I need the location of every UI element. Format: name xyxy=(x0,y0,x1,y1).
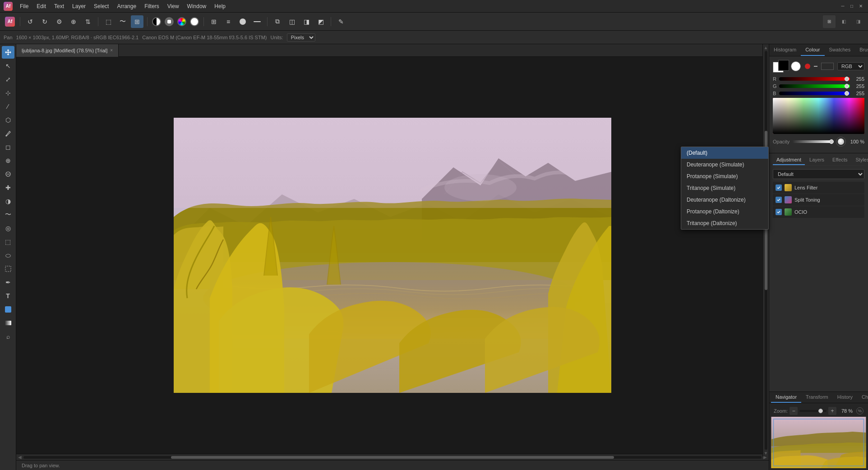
panel-both-button[interactable]: ◩ xyxy=(314,15,327,28)
view-toggle-3[interactable]: ◨ xyxy=(852,15,864,28)
red-channel-thumb[interactable] xyxy=(845,77,849,81)
green-channel-track[interactable] xyxy=(779,84,850,88)
gradient-tool[interactable] xyxy=(2,317,14,329)
menu-help[interactable]: Help xyxy=(211,2,229,10)
white-icon[interactable] xyxy=(190,17,199,26)
lens-filter-item[interactable]: Lens Filter xyxy=(773,182,864,194)
menu-window[interactable]: Window xyxy=(184,2,210,10)
brush-tool[interactable] xyxy=(2,127,14,140)
brush-tool-btn[interactable] xyxy=(236,15,249,28)
inpaint-tool[interactable] xyxy=(2,168,14,180)
navigator-thumbnail[interactable] xyxy=(771,417,866,468)
selection-ellipse-tool[interactable]: ⬭ xyxy=(2,249,14,262)
document-tab[interactable]: ljubljana-8.jpg [Modified] (78.5%) [Tria… xyxy=(16,44,119,57)
hscroll-thumb[interactable] xyxy=(171,456,614,459)
ocio-item[interactable]: OCIO xyxy=(773,206,864,218)
close-button[interactable]: ✕ xyxy=(857,3,864,10)
contrast-icon[interactable] xyxy=(165,17,174,26)
selection-rect-tool[interactable]: ⬚ xyxy=(2,235,14,248)
zoom-out-button[interactable]: − xyxy=(790,407,798,415)
text-tool[interactable]: T xyxy=(2,290,14,302)
canvas-image[interactable] xyxy=(174,118,611,393)
menu-arrange[interactable]: Arrange xyxy=(113,2,140,10)
red-channel-track[interactable] xyxy=(779,77,850,81)
transform-tool[interactable]: ⤢ xyxy=(2,73,14,86)
menu-view[interactable]: View xyxy=(164,2,183,10)
minimize-button[interactable]: ─ xyxy=(839,3,846,10)
eraser-tool[interactable]: ◻ xyxy=(2,141,14,153)
canvas-viewport[interactable] xyxy=(16,57,769,454)
foreground-swatch[interactable] xyxy=(778,60,789,71)
export-button[interactable]: ⇅ xyxy=(82,15,94,28)
layers-button[interactable]: ⧉ xyxy=(271,15,284,28)
view-toggle-2[interactable]: ◧ xyxy=(837,15,850,28)
spot-heal-tool[interactable]: ✚ xyxy=(2,181,14,194)
vertical-scrollbar[interactable]: ▲ ▼ xyxy=(762,44,769,456)
zoom-thumb[interactable] xyxy=(818,409,823,413)
color-icon[interactable] xyxy=(177,17,186,26)
adjustment-tab[interactable]: Adjustment xyxy=(773,155,805,165)
app-icon-button[interactable]: Af xyxy=(4,15,16,28)
persona-button[interactable]: ✎ xyxy=(335,15,347,28)
panel-left-button[interactable]: ◫ xyxy=(286,15,298,28)
opacity-thumb[interactable] xyxy=(829,139,834,144)
red-indicator[interactable] xyxy=(805,64,810,69)
blue-channel-thumb[interactable] xyxy=(845,91,849,96)
dropper-button[interactable] xyxy=(251,15,263,28)
white-swatch[interactable] xyxy=(791,61,801,71)
zoom-in-button[interactable]: + xyxy=(828,407,836,415)
opacity-track[interactable] xyxy=(792,140,833,143)
transform-tab[interactable]: Transform xyxy=(801,392,833,403)
crop-tool[interactable]: ⊹ xyxy=(2,87,14,99)
clone-tool[interactable]: ⊕ xyxy=(2,154,14,167)
hscroll-track[interactable] xyxy=(23,456,762,459)
units-select[interactable]: Pixels Inches mm xyxy=(287,33,315,41)
opacity-circle[interactable] xyxy=(836,137,846,147)
split-toning-item[interactable]: Split Toning xyxy=(773,194,864,206)
color-mode-select[interactable]: RGB CMYK HSL xyxy=(837,62,864,70)
lens-filter-checkbox[interactable] xyxy=(776,184,782,191)
select-tool-button[interactable]: ⬚ xyxy=(102,15,115,28)
swatches-tab[interactable]: Swatches xyxy=(825,44,855,56)
flood-select-tool[interactable] xyxy=(2,263,14,275)
green-channel-thumb[interactable] xyxy=(845,84,849,88)
pan-tool[interactable] xyxy=(2,46,14,59)
move-tool[interactable]: ↖ xyxy=(2,60,14,72)
menu-filters[interactable]: Filters xyxy=(141,2,163,10)
blue-channel-track[interactable] xyxy=(779,92,850,95)
effects-tab[interactable]: Effects xyxy=(829,155,851,165)
styles-tab[interactable]: Styles xyxy=(852,155,868,165)
horizontal-scrollbar[interactable]: ◀ ▶ xyxy=(16,454,769,460)
adjustment-preset-select[interactable]: Default (Default) Deuteranope (Simulate)… xyxy=(773,169,864,179)
perspective-tool[interactable]: ⬡ xyxy=(2,114,14,126)
menu-edit[interactable]: Edit xyxy=(33,2,50,10)
brushes-tab[interactable]: Brushes xyxy=(855,44,868,56)
grid-view-button[interactable]: ⊞ xyxy=(208,15,220,28)
channels-tab[interactable]: Channels xyxy=(857,392,868,403)
straighten-tool[interactable]: ∕ xyxy=(2,100,14,113)
view-toggle-1[interactable]: ⊞ xyxy=(823,15,836,28)
menu-select[interactable]: Select xyxy=(90,2,112,10)
zoom-track[interactable] xyxy=(799,410,826,412)
panel-right-button[interactable]: ◨ xyxy=(300,15,313,28)
menu-file[interactable]: File xyxy=(16,2,32,10)
layers-tab[interactable]: Layers xyxy=(806,155,828,165)
swatch-preview[interactable] xyxy=(821,63,834,70)
list-view-button[interactable]: ≡ xyxy=(222,15,235,28)
histogram-tab[interactable]: Histogram xyxy=(769,44,801,56)
swatch-arrow[interactable] xyxy=(814,66,817,67)
home-button[interactable]: ⊕ xyxy=(67,15,80,28)
history-tab[interactable]: History xyxy=(833,392,857,403)
dodge-tool[interactable]: ◑ xyxy=(2,195,14,207)
pen-tool[interactable]: ✒ xyxy=(2,276,14,289)
color-spectrum-picker[interactable] xyxy=(773,98,864,134)
selection-mode-button[interactable]: ⊞ xyxy=(131,15,143,28)
blackwhite-icon[interactable] xyxy=(152,17,161,26)
ocio-checkbox[interactable] xyxy=(776,209,782,215)
maximize-button[interactable]: □ xyxy=(848,3,855,10)
smudge-tool[interactable]: 〜 xyxy=(2,208,14,221)
zoom-fit-button[interactable]: % xyxy=(856,407,863,415)
undo-button[interactable]: ↺ xyxy=(24,15,37,28)
menu-layer[interactable]: Layer xyxy=(69,2,89,10)
split-toning-checkbox[interactable] xyxy=(776,197,782,203)
